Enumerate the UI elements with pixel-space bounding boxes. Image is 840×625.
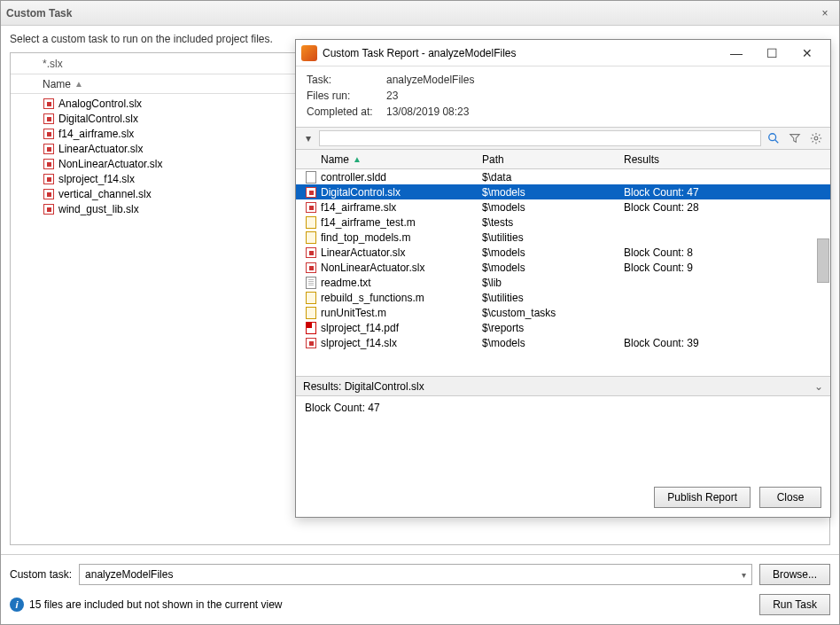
doc-file-icon xyxy=(305,277,317,289)
report-title: Custom Task Report - analyzeModelFiles xyxy=(323,47,719,59)
report-close-button[interactable]: ✕ xyxy=(789,46,825,60)
file-name-label: slproject_f14.slx xyxy=(58,173,135,185)
sort-asc-icon: ▲ xyxy=(353,154,362,164)
slx-file-icon xyxy=(43,113,55,125)
table-row[interactable]: runUnitTest.m$\custom_tasks xyxy=(296,305,830,320)
table-row[interactable]: rebuild_s_functions.m$\utilities xyxy=(296,290,830,305)
name-column-label: Name xyxy=(43,78,71,90)
slx-file-icon xyxy=(305,262,317,274)
file-name-label: LinearActuator.slx xyxy=(58,143,143,155)
report-button-row: Publish Report Close xyxy=(296,478,830,517)
row-path-label: $\utilities xyxy=(482,292,624,304)
report-table: Name ▲ Path Results controller.sldd$\dat… xyxy=(296,150,830,377)
maximize-button[interactable]: ☐ xyxy=(754,46,789,60)
results-detail-header[interactable]: Results: DigitalControl.slx ⌄ xyxy=(296,377,830,396)
scrollbar-thumb[interactable] xyxy=(817,238,829,283)
close-icon[interactable]: × xyxy=(816,7,834,20)
m-file-icon xyxy=(305,231,317,244)
gear-icon[interactable] xyxy=(807,129,825,147)
row-name-label: runUnitTest.m xyxy=(321,307,386,319)
slx-file-icon xyxy=(43,158,55,170)
search-icon[interactable] xyxy=(765,129,782,147)
slx-file-icon xyxy=(43,128,55,140)
row-name-label: rebuild_s_functions.m xyxy=(321,292,424,304)
slx-file-icon xyxy=(305,246,317,259)
browse-button[interactable]: Browse... xyxy=(759,564,830,585)
completed-label: Completed at: xyxy=(307,105,386,118)
file-name-label: f14_airframe.slx xyxy=(58,128,134,140)
col-results-header[interactable]: Results xyxy=(624,150,830,168)
files-run-value: 23 xyxy=(386,90,820,102)
task-value: analyzeModelFiles xyxy=(386,74,820,86)
row-path-label: $\models xyxy=(482,186,624,199)
table-row[interactable]: f14_airframe_test.m$\tests xyxy=(296,215,830,230)
minimize-button[interactable]: — xyxy=(719,46,754,60)
report-window: Custom Task Report - analyzeModelFiles —… xyxy=(295,39,831,518)
table-row[interactable]: slproject_f14.pdf$\reports xyxy=(296,320,830,335)
row-name-label: slproject_f14.pdf xyxy=(321,322,399,334)
row-name-label: LinearActuator.slx xyxy=(321,246,405,259)
col-path-header[interactable]: Path xyxy=(482,150,624,168)
report-table-header: Name ▲ Path Results xyxy=(296,150,830,169)
m-file-icon xyxy=(305,216,317,229)
file-filter-text: *.slx xyxy=(43,58,63,70)
table-row[interactable]: DigitalControl.slx$\modelsBlock Count: 4… xyxy=(296,184,830,199)
bottom-strip: Custom task: analyzeModelFiles ▾ Browse.… xyxy=(1,554,839,624)
table-row[interactable]: LinearActuator.slx$\modelsBlock Count: 8 xyxy=(296,245,830,260)
table-row[interactable]: find_top_models.m$\utilities xyxy=(296,230,830,245)
row-name-label: slproject_f14.slx xyxy=(321,337,397,349)
row-results-label: Block Count: 39 xyxy=(624,337,830,349)
status-text: 15 files are included but not shown in t… xyxy=(29,598,283,611)
completed-value: 13/08/2019 08:23 xyxy=(386,105,820,118)
custom-task-label: Custom task: xyxy=(10,568,72,581)
sldd-file-icon xyxy=(305,171,317,184)
row-name-label: controller.sldd xyxy=(321,171,386,184)
row-path-label: $\data xyxy=(482,171,624,184)
publish-report-button[interactable]: Publish Report xyxy=(654,487,751,508)
title-bar: Custom Task × xyxy=(1,1,839,26)
filter-icon[interactable] xyxy=(786,129,804,147)
slx-file-icon xyxy=(43,173,55,185)
slx-file-icon xyxy=(305,337,317,349)
table-row[interactable]: slproject_f14.slx$\modelsBlock Count: 39 xyxy=(296,335,830,350)
report-search-input[interactable] xyxy=(319,130,761,146)
slx-file-icon xyxy=(43,143,55,155)
table-row[interactable]: readme.txt$\lib xyxy=(296,275,830,290)
status-row: i 15 files are included but not shown in… xyxy=(10,594,830,615)
results-detail-body: Block Count: 47 xyxy=(296,396,830,478)
row-path-label: $\models xyxy=(482,246,624,259)
table-row[interactable]: NonLinearActuator.slx$\modelsBlock Count… xyxy=(296,260,830,275)
svg-point-0 xyxy=(769,134,776,141)
slx-file-icon xyxy=(43,203,55,215)
row-results-label: Block Count: 47 xyxy=(624,186,830,199)
row-path-label: $\lib xyxy=(482,277,624,289)
report-title-bar: Custom Task Report - analyzeModelFiles —… xyxy=(296,40,830,66)
row-name-label: find_top_models.m xyxy=(321,231,410,244)
row-path-label: $\utilities xyxy=(482,231,624,244)
slx-file-icon xyxy=(305,201,317,214)
row-name-label: f14_airframe.slx xyxy=(321,201,396,214)
row-name-label: NonLinearActuator.slx xyxy=(321,262,424,274)
file-name-label: NonLinearActuator.slx xyxy=(58,158,162,170)
svg-point-2 xyxy=(814,137,818,140)
row-path-label: $\tests xyxy=(482,216,624,229)
run-task-button[interactable]: Run Task xyxy=(759,594,830,615)
close-button[interactable]: Close xyxy=(759,487,821,508)
matlab-icon xyxy=(301,45,317,61)
row-results-label: Block Count: 28 xyxy=(624,201,830,214)
collapse-icon[interactable]: ▾ xyxy=(301,132,315,145)
report-toolbar: ▾ xyxy=(296,127,830,150)
file-name-label: vertical_channel.slx xyxy=(58,188,152,200)
custom-task-combo[interactable]: analyzeModelFiles ▾ xyxy=(79,564,752,585)
row-path-label: $\models xyxy=(482,201,624,214)
row-path-label: $\reports xyxy=(482,322,624,334)
col-name-header[interactable]: Name ▲ xyxy=(296,150,482,168)
table-row[interactable]: controller.sldd$\data xyxy=(296,169,830,184)
slx-file-icon xyxy=(43,98,55,110)
row-path-label: $\models xyxy=(482,337,624,349)
table-row[interactable]: f14_airframe.slx$\modelsBlock Count: 28 xyxy=(296,199,830,215)
window-title: Custom Task xyxy=(6,7,816,20)
row-name-label: readme.txt xyxy=(321,277,371,289)
m-file-icon xyxy=(305,307,317,319)
slx-file-icon xyxy=(43,188,55,200)
